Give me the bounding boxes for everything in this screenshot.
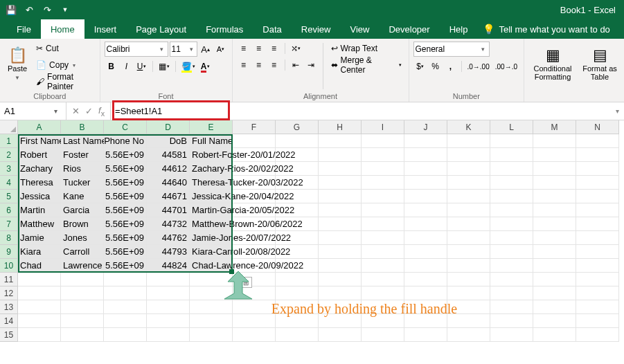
cell[interactable] — [233, 286, 276, 300]
cell[interactable] — [362, 217, 404, 231]
cell[interactable]: First Name — [18, 134, 61, 148]
cell[interactable] — [190, 314, 233, 328]
cell[interactable]: 44671 — [147, 190, 190, 203]
font-color-button[interactable]: A▾ — [199, 60, 213, 73]
column-header[interactable]: L — [490, 120, 533, 134]
merge-center-button[interactable]: ⬌Merge & Center▾ — [328, 58, 404, 72]
cell[interactable] — [576, 190, 619, 203]
cell[interactable]: Kiara — [18, 245, 61, 259]
cell[interactable]: Matthew — [18, 217, 61, 231]
select-all-corner[interactable] — [0, 120, 18, 134]
cell[interactable] — [276, 328, 319, 342]
cell[interactable]: Carroll — [61, 245, 104, 259]
cell[interactable] — [104, 286, 147, 300]
column-header[interactable]: F — [233, 120, 276, 134]
cell[interactable] — [404, 259, 447, 273]
cell[interactable] — [147, 300, 190, 314]
cell[interactable] — [319, 148, 362, 162]
cell[interactable] — [490, 245, 533, 259]
cell[interactable]: Zachary-Rios-20/02/2022 — [190, 162, 233, 176]
cell[interactable] — [576, 328, 619, 342]
paste-button[interactable]: 📋 Paste ▼ — [4, 42, 30, 87]
cell[interactable] — [404, 273, 447, 286]
cell[interactable] — [576, 203, 619, 217]
cell[interactable] — [490, 286, 533, 300]
cell[interactable]: 44824 — [147, 259, 190, 273]
cell[interactable] — [362, 273, 404, 286]
font-size-input[interactable] — [172, 44, 188, 54]
tab-formulas[interactable]: Formulas — [196, 19, 253, 39]
chevron-down-icon[interactable]: ▾ — [188, 46, 195, 53]
cell[interactable] — [490, 273, 533, 286]
cell[interactable] — [447, 231, 490, 245]
cell[interactable] — [362, 162, 404, 176]
cell[interactable]: 5.56E+09 — [104, 259, 147, 273]
column-header[interactable]: J — [404, 120, 447, 134]
cell[interactable]: 44640 — [147, 176, 190, 190]
cell[interactable] — [319, 217, 362, 231]
cell[interactable] — [576, 176, 619, 190]
cell[interactable]: Robert-Foster-20/01/2022 — [190, 148, 233, 162]
cell[interactable] — [576, 273, 619, 286]
column-header[interactable]: H — [319, 120, 362, 134]
cell[interactable]: Robert — [18, 148, 61, 162]
cell[interactable] — [576, 162, 619, 176]
font-name-input[interactable] — [107, 44, 158, 54]
cell[interactable] — [61, 314, 104, 328]
undo-icon[interactable]: ↶ — [22, 3, 36, 17]
cell[interactable] — [447, 245, 490, 259]
cell[interactable] — [404, 231, 447, 245]
increase-indent-button[interactable]: ⇥ — [304, 58, 318, 72]
cell[interactable]: Brown — [61, 217, 104, 231]
cell[interactable] — [147, 273, 190, 286]
cell[interactable] — [576, 314, 619, 328]
cell[interactable] — [576, 286, 619, 300]
cell[interactable]: Kane — [61, 190, 104, 203]
cell[interactable] — [18, 273, 61, 286]
cell[interactable] — [190, 273, 233, 286]
cell[interactable] — [447, 217, 490, 231]
cell[interactable] — [190, 300, 233, 314]
cell[interactable] — [319, 231, 362, 245]
percent-button[interactable]: % — [429, 60, 443, 73]
cell[interactable] — [404, 245, 447, 259]
cell[interactable]: 44762 — [147, 231, 190, 245]
align-left-button[interactable]: ≡ — [237, 58, 251, 72]
align-top-button[interactable]: ≡ — [237, 42, 251, 55]
cell[interactable] — [362, 203, 404, 217]
cell[interactable]: 5.56E+09 — [104, 231, 147, 245]
cell[interactable]: Last Name — [61, 134, 104, 148]
cell[interactable] — [533, 176, 576, 190]
cell[interactable] — [490, 148, 533, 162]
cell[interactable] — [533, 328, 576, 342]
decrease-font-button[interactable]: A▾ — [214, 42, 228, 56]
cell[interactable] — [404, 190, 447, 203]
cell[interactable] — [533, 217, 576, 231]
cell[interactable] — [319, 134, 362, 148]
cell[interactable] — [533, 231, 576, 245]
cell[interactable]: Jones — [61, 231, 104, 245]
column-header[interactable]: N — [576, 120, 619, 134]
cell[interactable] — [319, 286, 362, 300]
fill-color-button[interactable]: 🪣▾ — [179, 60, 197, 73]
cancel-icon[interactable]: ✕ — [72, 106, 80, 116]
number-format-field[interactable]: ▾ — [413, 42, 490, 57]
cell[interactable] — [576, 231, 619, 245]
cell[interactable] — [490, 328, 533, 342]
cell[interactable] — [61, 300, 104, 314]
cell[interactable] — [533, 273, 576, 286]
cell[interactable] — [490, 162, 533, 176]
cell[interactable] — [190, 286, 233, 300]
row-header[interactable]: 10 — [0, 259, 18, 273]
cell[interactable] — [18, 286, 61, 300]
cell[interactable] — [190, 328, 233, 342]
cell[interactable]: Chad-Lawrence-20/09/2022 — [190, 259, 233, 273]
cell[interactable] — [533, 314, 576, 328]
cell[interactable] — [533, 162, 576, 176]
conditional-formatting-button[interactable]: ▦ Conditional Formatting — [528, 42, 577, 87]
cell[interactable] — [576, 217, 619, 231]
cell[interactable] — [576, 259, 619, 273]
cell[interactable] — [533, 203, 576, 217]
cell[interactable] — [576, 134, 619, 148]
cell[interactable] — [362, 245, 404, 259]
